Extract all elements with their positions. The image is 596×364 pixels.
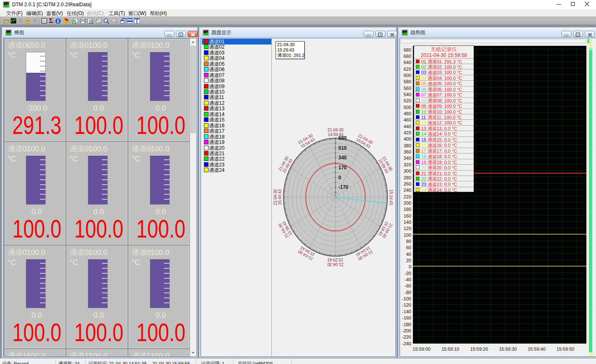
svg-text:21-04-3015:29:43: 21-04-3015:29:43	[327, 258, 343, 267]
svg-text:21-04-3015:44:43: 21-04-3015:44:43	[273, 189, 282, 205]
svg-text:340: 340	[338, 155, 347, 161]
svg-text:21-04-3014:59:43: 21-04-3014:59:43	[328, 128, 344, 137]
svg-text:510: 510	[338, 145, 347, 151]
svg-text:0: 0	[338, 175, 341, 181]
svg-text:-170: -170	[338, 184, 348, 190]
svg-text:21-04-3015:14:43: 21-04-3015:14:43	[389, 189, 394, 206]
svg-text:170: 170	[338, 165, 347, 171]
